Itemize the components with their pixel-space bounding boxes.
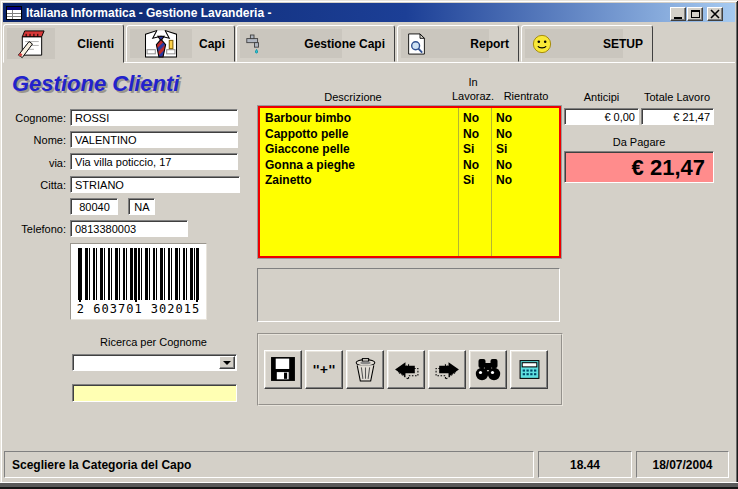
app-form-icon[interactable] [6,6,22,20]
tab-capi-label: Capi [199,37,225,51]
tab-gestione-capi[interactable]: Gestione Capi [236,25,395,62]
cognome-label: Cognome: [10,112,66,124]
barcode: 2 603701 302015 [70,243,207,320]
list-item[interactable]: ZainettoSiNo [260,173,559,189]
status-time: 18.44 [538,451,632,478]
save-button[interactable] [264,350,302,389]
detail-box [257,268,560,322]
calculator-icon [518,358,541,381]
status-message: Scegliere la Categoria del Capo [4,451,534,478]
delete-button[interactable] [346,350,384,389]
tab-setup[interactable]: SETUP [521,25,653,62]
tab-clienti-label: Clienti [77,37,114,51]
arrow-left-icon [393,356,420,383]
next-record-button[interactable] [428,350,466,389]
search-label: Ricerca per Cognome [70,336,237,348]
provincia-field[interactable] [128,198,155,215]
tab-gestione-capi-label: Gestione Capi [304,37,385,51]
totale-lavoro-label: Totale Lavoro [639,91,715,103]
page-title: Gestione Clienti [12,71,179,97]
add-new-button[interactable]: "+" [305,350,343,389]
barcode-digits: 2 603701 302015 [75,302,202,316]
find-button[interactable] [469,350,507,389]
telefono-label: Telefono: [10,223,66,235]
tab-strip: Clienti Capi [3,24,735,63]
header-rientrato: Rientrato [496,90,556,102]
tab-capi[interactable]: Capi [126,25,235,62]
title-bar: Italiana Informatica - Gestione Lavander… [3,3,735,22]
toolbar: "+" [264,350,548,389]
close-icon[interactable] [707,7,723,21]
citta-field[interactable] [70,176,240,193]
list-item[interactable]: Gonna a piegheNoNo [260,158,559,174]
tab-clienti[interactable]: Clienti [3,24,124,63]
arrow-right-icon [434,356,461,383]
minimize-icon[interactable] [670,7,686,21]
da-pagare-label: Da Pagare [589,136,689,148]
list-item[interactable]: Cappotto pelleNoNo [260,127,559,143]
notepad-pencil-icon [7,28,55,59]
search-dropdown-value[interactable] [75,356,215,368]
app-window: Italiana Informatica - Gestione Lavander… [0,0,738,489]
floppy-icon [270,356,297,383]
tab-setup-label: SETUP [603,37,643,51]
cognome-field[interactable] [70,109,238,126]
plus-icon: "+" [312,362,335,377]
status-date: 18/07/2004 [636,451,729,478]
telefono-field[interactable] [70,220,188,237]
barcode-bars [78,248,199,300]
nome-field[interactable] [70,131,238,148]
calculator-button[interactable] [510,350,548,389]
items-list[interactable]: Barbour bimboNoNo Cappotto pelleNoNo Gia… [258,106,561,258]
list-item[interactable]: Giaccone pelleSiSi [260,142,559,158]
trash-icon [352,356,379,383]
header-in-lavoraz: InLavoraz. [445,76,501,103]
anticipi-label: Anticipi [564,91,639,103]
binoculars-icon [474,357,502,383]
search-dropdown[interactable] [72,354,237,371]
anticipi-field[interactable] [564,108,639,125]
citta-label: Citta: [10,179,66,191]
via-label: via: [10,157,66,169]
previous-record-button[interactable] [387,350,425,389]
window-title: Italiana Informatica - Gestione Lavander… [26,6,271,20]
shirt-tie-icon [130,29,192,58]
maximize-icon[interactable] [687,7,703,21]
header-descrizione: Descrizione [258,91,448,103]
tab-report-label: Report [470,37,509,51]
window-bottom-border [0,482,738,489]
da-pagare-value: € 21,47 [564,151,714,183]
search-input[interactable] [72,384,237,402]
tab-report[interactable]: Report [397,25,519,62]
dropdown-arrow-icon[interactable] [219,356,235,369]
cap-field[interactable] [70,198,118,215]
totale-lavoro-field[interactable] [641,108,714,125]
list-item[interactable]: Barbour bimboNoNo [260,111,559,127]
via-field[interactable] [70,153,238,170]
nome-label: Nome: [10,134,66,146]
